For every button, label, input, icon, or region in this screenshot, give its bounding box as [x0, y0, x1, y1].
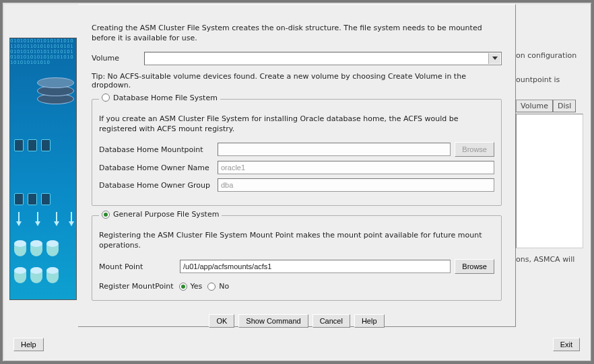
gp-mountpoint-label: Mount Point [99, 262, 180, 271]
database-home-legend: Database Home File System [113, 94, 218, 102]
help-button[interactable]: Help [13, 338, 44, 351]
volume-dropdown[interactable] [144, 52, 502, 65]
sidebar-graphic: 0101010101010101010110101101010101010101… [9, 38, 77, 300]
bg-text: ountpoint is [516, 75, 581, 85]
main-window: 0101010101010101010110101101010101010101… [3, 3, 591, 361]
cancel-button[interactable]: Cancel [312, 314, 350, 328]
db-owner-group-input[interactable] [218, 178, 494, 192]
register-mountpoint-label: Register MountPoint [99, 282, 174, 291]
general-purpose-legend: General Purpose File System [113, 210, 219, 219]
db-owner-name-input[interactable] [218, 161, 494, 174]
database-home-radio[interactable] [102, 94, 110, 102]
dialog-help-button[interactable]: Help [354, 314, 385, 328]
dialog-button-bar: OK Show Command Cancel Help [92, 314, 502, 328]
db-mountpoint-input[interactable] [218, 143, 451, 156]
ok-button[interactable]: OK [209, 314, 234, 328]
db-mountpoint-browse-button: Browse [455, 142, 494, 157]
register-yes-label: Yes [191, 282, 203, 291]
background-listbox[interactable] [516, 114, 583, 248]
exit-button[interactable]: Exit [553, 338, 580, 351]
register-no-label: No [219, 282, 229, 291]
database-home-desc: If you create an ASM Cluster File System… [99, 114, 494, 135]
db-owner-name-label: Database Home Owner Name [99, 163, 218, 172]
bg-text: on configuration [516, 51, 581, 61]
volume-label: Volume [92, 54, 144, 63]
bg-text: ons, ASMCA will [516, 255, 581, 264]
chevron-down-icon[interactable] [488, 53, 500, 64]
general-purpose-desc: Registering the ASM Cluster File System … [99, 231, 494, 251]
general-purpose-group: General Purpose File System Registering … [92, 215, 502, 301]
dialog-intro: Creating the ASM Cluster File System cre… [92, 24, 502, 44]
general-purpose-radio[interactable] [102, 211, 110, 219]
volume-tip: Tip: No ACFS-suitable volume devices fou… [92, 72, 502, 89]
background-content: on configuration ountpoint is VolumeDisl… [516, 51, 581, 270]
db-mountpoint-label: Database Home Mountpoint [99, 145, 218, 154]
database-home-group: Database Home File System If you create … [92, 99, 502, 207]
db-owner-group-label: Database Home Owner Group [99, 181, 218, 190]
table-header-volume[interactable]: Volume [516, 100, 553, 112]
register-yes-radio[interactable] [179, 283, 187, 291]
show-command-button[interactable]: Show Command [238, 314, 308, 328]
register-no-radio[interactable] [207, 283, 216, 291]
table-header-disk[interactable]: Disl [553, 100, 576, 112]
gp-mountpoint-input[interactable] [180, 260, 451, 273]
create-acfs-dialog: Creating the ASM Cluster File System cre… [78, 4, 516, 327]
gp-mountpoint-browse-button[interactable]: Browse [455, 259, 494, 274]
